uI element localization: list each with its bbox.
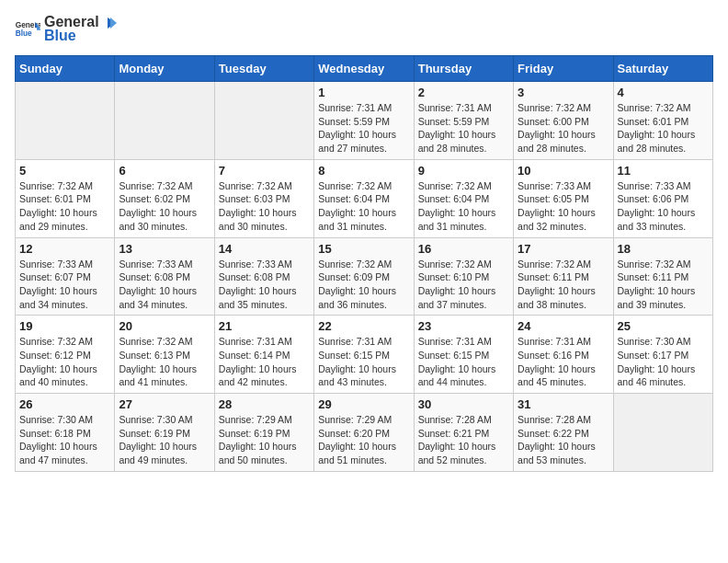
day-number: 16 xyxy=(418,242,509,256)
day-cell: 12Sunrise: 7:33 AMSunset: 6:07 PMDayligh… xyxy=(16,237,115,316)
day-info: Sunrise: 7:31 AMSunset: 6:16 PMDaylight:… xyxy=(518,335,609,389)
day-info: Sunrise: 7:33 AMSunset: 6:06 PMDaylight:… xyxy=(618,179,709,234)
day-cell: 10Sunrise: 7:33 AMSunset: 6:05 PMDayligh… xyxy=(514,159,613,237)
day-cell: 21Sunrise: 7:31 AMSunset: 6:14 PMDayligh… xyxy=(214,316,313,394)
day-info: Sunrise: 7:32 AMSunset: 6:04 PMDaylight:… xyxy=(318,179,409,234)
day-cell xyxy=(613,394,712,472)
day-cell: 24Sunrise: 7:31 AMSunset: 6:16 PMDayligh… xyxy=(514,316,613,394)
week-row-5: 26Sunrise: 7:30 AMSunset: 6:18 PMDayligh… xyxy=(16,394,713,472)
day-number: 14 xyxy=(219,242,310,256)
day-number: 12 xyxy=(19,242,110,256)
calendar-table: SundayMondayTuesdayWednesdayThursdayFrid… xyxy=(15,55,713,472)
day-info: Sunrise: 7:33 AMSunset: 6:08 PMDaylight:… xyxy=(119,258,210,312)
day-number: 30 xyxy=(418,397,509,411)
day-cell: 1Sunrise: 7:31 AMSunset: 5:59 PMDaylight… xyxy=(314,82,414,160)
day-cell: 2Sunrise: 7:31 AMSunset: 5:59 PMDaylight… xyxy=(414,82,513,160)
day-cell: 11Sunrise: 7:33 AMSunset: 6:06 PMDayligh… xyxy=(613,159,712,237)
day-info: Sunrise: 7:32 AMSunset: 6:10 PMDaylight:… xyxy=(418,258,509,312)
weekday-header-tuesday: Tuesday xyxy=(214,56,313,82)
day-number: 1 xyxy=(318,86,409,99)
day-info: Sunrise: 7:33 AMSunset: 6:07 PMDaylight:… xyxy=(19,258,110,312)
day-number: 5 xyxy=(19,164,110,178)
day-info: Sunrise: 7:30 AMSunset: 6:17 PMDaylight:… xyxy=(618,335,709,389)
day-cell: 8Sunrise: 7:32 AMSunset: 6:04 PMDaylight… xyxy=(314,159,414,237)
day-info: Sunrise: 7:31 AMSunset: 6:15 PMDaylight:… xyxy=(318,335,409,389)
day-cell xyxy=(16,82,115,160)
day-info: Sunrise: 7:32 AMSunset: 6:09 PMDaylight:… xyxy=(318,258,409,312)
day-cell: 3Sunrise: 7:32 AMSunset: 6:00 PMDaylight… xyxy=(514,82,613,160)
day-number: 11 xyxy=(618,164,709,178)
svg-text:Blue: Blue xyxy=(16,29,32,38)
day-cell: 19Sunrise: 7:32 AMSunset: 6:12 PMDayligh… xyxy=(16,316,115,394)
day-cell xyxy=(214,82,313,160)
day-cell: 6Sunrise: 7:32 AMSunset: 6:02 PMDaylight… xyxy=(115,159,214,237)
day-cell: 15Sunrise: 7:32 AMSunset: 6:09 PMDayligh… xyxy=(314,237,414,316)
day-info: Sunrise: 7:29 AMSunset: 6:19 PMDaylight:… xyxy=(219,413,310,467)
day-number: 17 xyxy=(518,242,609,256)
day-info: Sunrise: 7:31 AMSunset: 6:15 PMDaylight:… xyxy=(418,335,509,389)
day-info: Sunrise: 7:31 AMSunset: 6:14 PMDaylight:… xyxy=(219,335,310,389)
day-number: 28 xyxy=(219,397,310,411)
day-number: 15 xyxy=(318,242,409,256)
logo: General Blue General Blue xyxy=(15,15,118,44)
day-info: Sunrise: 7:28 AMSunset: 6:21 PMDaylight:… xyxy=(418,413,509,467)
weekday-header-sunday: Sunday xyxy=(16,56,115,82)
day-number: 19 xyxy=(19,319,110,333)
day-number: 7 xyxy=(219,164,310,178)
day-info: Sunrise: 7:32 AMSunset: 6:11 PMDaylight:… xyxy=(618,258,709,312)
day-info: Sunrise: 7:32 AMSunset: 6:04 PMDaylight:… xyxy=(418,179,509,234)
day-number: 31 xyxy=(518,397,609,411)
day-info: Sunrise: 7:30 AMSunset: 6:18 PMDaylight:… xyxy=(19,413,110,467)
day-info: Sunrise: 7:32 AMSunset: 6:01 PMDaylight:… xyxy=(618,101,709,155)
day-cell xyxy=(115,82,214,160)
day-number: 13 xyxy=(119,242,210,256)
day-number: 25 xyxy=(618,319,709,333)
day-info: Sunrise: 7:32 AMSunset: 6:00 PMDaylight:… xyxy=(518,101,609,155)
day-number: 4 xyxy=(618,86,709,99)
week-row-3: 12Sunrise: 7:33 AMSunset: 6:07 PMDayligh… xyxy=(16,237,713,316)
week-row-1: 1Sunrise: 7:31 AMSunset: 5:59 PMDaylight… xyxy=(16,82,713,160)
day-cell: 16Sunrise: 7:32 AMSunset: 6:10 PMDayligh… xyxy=(414,237,513,316)
day-number: 6 xyxy=(119,164,210,178)
day-cell: 29Sunrise: 7:29 AMSunset: 6:20 PMDayligh… xyxy=(314,394,414,472)
day-cell: 17Sunrise: 7:32 AMSunset: 6:11 PMDayligh… xyxy=(514,237,613,316)
day-number: 22 xyxy=(318,319,409,333)
day-info: Sunrise: 7:32 AMSunset: 6:11 PMDaylight:… xyxy=(518,258,609,312)
day-number: 9 xyxy=(418,164,509,178)
day-number: 27 xyxy=(119,397,210,411)
day-cell: 31Sunrise: 7:28 AMSunset: 6:22 PMDayligh… xyxy=(514,394,613,472)
day-info: Sunrise: 7:32 AMSunset: 6:01 PMDaylight:… xyxy=(19,179,110,234)
day-info: Sunrise: 7:31 AMSunset: 5:59 PMDaylight:… xyxy=(418,101,509,155)
day-number: 24 xyxy=(518,319,609,333)
weekday-header-row: SundayMondayTuesdayWednesdayThursdayFrid… xyxy=(16,56,713,82)
day-number: 21 xyxy=(219,319,310,333)
day-cell: 28Sunrise: 7:29 AMSunset: 6:19 PMDayligh… xyxy=(214,394,313,472)
logo-icon: General Blue xyxy=(15,20,40,39)
day-info: Sunrise: 7:33 AMSunset: 6:05 PMDaylight:… xyxy=(518,179,609,234)
day-number: 29 xyxy=(318,397,409,411)
day-cell: 9Sunrise: 7:32 AMSunset: 6:04 PMDaylight… xyxy=(414,159,513,237)
day-cell: 25Sunrise: 7:30 AMSunset: 6:17 PMDayligh… xyxy=(613,316,712,394)
week-row-4: 19Sunrise: 7:32 AMSunset: 6:12 PMDayligh… xyxy=(16,316,713,394)
day-cell: 5Sunrise: 7:32 AMSunset: 6:01 PMDaylight… xyxy=(16,159,115,237)
day-cell: 20Sunrise: 7:32 AMSunset: 6:13 PMDayligh… xyxy=(115,316,214,394)
weekday-header-wednesday: Wednesday xyxy=(314,56,414,82)
week-row-2: 5Sunrise: 7:32 AMSunset: 6:01 PMDaylight… xyxy=(16,159,713,237)
day-number: 18 xyxy=(618,242,709,256)
day-number: 26 xyxy=(19,397,110,411)
day-number: 3 xyxy=(518,86,609,99)
day-cell: 18Sunrise: 7:32 AMSunset: 6:11 PMDayligh… xyxy=(613,237,712,316)
day-cell: 27Sunrise: 7:30 AMSunset: 6:19 PMDayligh… xyxy=(115,394,214,472)
day-cell: 7Sunrise: 7:32 AMSunset: 6:03 PMDaylight… xyxy=(214,159,313,237)
day-number: 2 xyxy=(418,86,509,99)
day-cell: 13Sunrise: 7:33 AMSunset: 6:08 PMDayligh… xyxy=(115,237,214,316)
day-cell: 14Sunrise: 7:33 AMSunset: 6:08 PMDayligh… xyxy=(214,237,313,316)
logo-arrow-icon xyxy=(100,17,117,29)
day-info: Sunrise: 7:28 AMSunset: 6:22 PMDaylight:… xyxy=(518,413,609,467)
day-info: Sunrise: 7:32 AMSunset: 6:03 PMDaylight:… xyxy=(219,179,310,234)
day-cell: 4Sunrise: 7:32 AMSunset: 6:01 PMDaylight… xyxy=(613,82,712,160)
day-cell: 30Sunrise: 7:28 AMSunset: 6:21 PMDayligh… xyxy=(414,394,513,472)
weekday-header-monday: Monday xyxy=(115,56,214,82)
day-info: Sunrise: 7:29 AMSunset: 6:20 PMDaylight:… xyxy=(318,413,409,467)
day-info: Sunrise: 7:32 AMSunset: 6:02 PMDaylight:… xyxy=(119,179,210,234)
